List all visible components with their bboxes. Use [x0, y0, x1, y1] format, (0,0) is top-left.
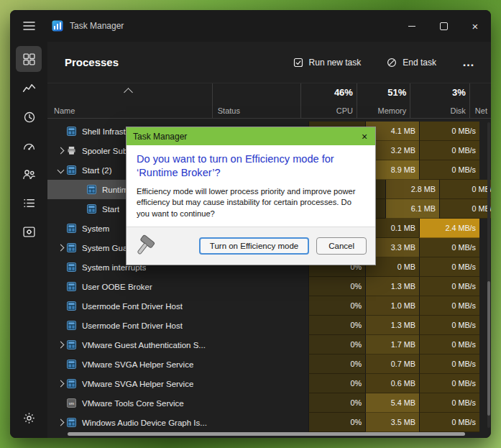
memory-cell: 1.3 MB	[365, 316, 419, 335]
app-window-icon	[87, 204, 97, 214]
vertical-scrollbar-track[interactable]	[487, 122, 490, 428]
cpu-column-label: CPU	[305, 106, 353, 115]
app-window-icon	[67, 379, 77, 389]
column-header-network[interactable]: Net	[469, 83, 491, 118]
process-row[interactable]: Usermode Font Driver Host0%1.3 MB0 MB/s	[47, 316, 491, 335]
disk-cell: 0 MB/s	[419, 413, 479, 432]
dialog-body-text: Efficiency mode will lower process prior…	[137, 186, 365, 221]
process-row[interactable]: VMware Guest Authentication S...0%1.7 MB…	[47, 335, 491, 355]
process-name: VMware Guest Authentication S...	[82, 341, 206, 349]
process-name-cell: VMware SVGA Helper Service	[47, 355, 222, 374]
more-options-button[interactable]: …	[458, 59, 479, 66]
startup-apps-icon	[22, 139, 36, 152]
cpu-cell: 0%	[308, 296, 365, 316]
column-header-cpu[interactable]: 46% CPU	[300, 83, 357, 118]
titlebar[interactable]: Task Manager ×	[10, 10, 491, 42]
chevron-down-icon[interactable]	[54, 168, 67, 173]
sidebar-item-processes[interactable]	[16, 46, 42, 72]
column-header-disk[interactable]: 3% Disk	[410, 83, 469, 118]
column-header-status[interactable]: Status	[212, 83, 300, 118]
disk-cell: 0 MB/s	[419, 316, 479, 335]
app-window-icon	[67, 243, 77, 253]
chevron-right-icon[interactable]	[54, 342, 67, 347]
sidebar-item-performance[interactable]	[16, 75, 42, 101]
disk-cell: 0 MB/s	[419, 335, 479, 355]
page-header: Processes Run new task End task …	[47, 42, 491, 83]
dialog-content: Do you want to turn on Efficiency mode f…	[127, 145, 375, 220]
end-task-button[interactable]: End task	[382, 57, 441, 68]
minimize-button[interactable]	[396, 10, 428, 42]
app-window-icon	[67, 224, 77, 234]
process-name: User OOBE Broker	[82, 283, 152, 291]
vertical-scrollbar-thumb[interactable]	[487, 281, 490, 416]
process-row[interactable]: VMware SVGA Helper Service0%0.6 MB0 MB/s	[47, 374, 491, 393]
app-history-icon	[22, 110, 36, 124]
disk-cell: 0 MB/s	[419, 122, 479, 141]
sidebar-item-services[interactable]	[16, 219, 42, 244]
disk-cell: 0 MB/s	[439, 199, 491, 219]
disk-cell: 0 MB/s	[419, 374, 479, 393]
run-new-task-label: Run new task	[309, 58, 362, 68]
settings-button[interactable]	[16, 405, 42, 431]
run-new-task-button[interactable]: Run new task	[289, 57, 366, 68]
turn-on-efficiency-mode-button[interactable]: Turn on Efficiency mode	[199, 237, 309, 255]
horizontal-scrollbar[interactable]	[68, 432, 465, 436]
chevron-right-icon[interactable]	[54, 148, 67, 153]
memory-cell: 0.6 MB	[365, 374, 419, 393]
chevron-right-icon[interactable]	[54, 381, 67, 386]
disk-cell: 0 MB/s	[419, 355, 479, 374]
efficiency-mode-dialog: Task Manager × Do you want to turn on Ef…	[126, 127, 376, 265]
cpu-total-percent: 46%	[334, 87, 353, 98]
dialog-close-button[interactable]: ×	[354, 127, 375, 145]
process-row[interactable]: VMware SVGA Helper Service0%0.7 MB0 MB/s	[47, 355, 491, 374]
maximize-button[interactable]	[428, 10, 459, 42]
minimize-icon	[408, 26, 415, 27]
status-cell	[222, 374, 308, 393]
sidebar-item-app-history[interactable]	[16, 104, 42, 129]
sidebar-item-users[interactable]	[16, 161, 42, 187]
process-row[interactable]: vmVMware Tools Core Service0%5.4 MB0 MB/…	[47, 393, 491, 413]
cpu-cell: 0%	[308, 374, 365, 393]
page-title: Processes	[65, 56, 119, 68]
disk-cell: 0 MB/s	[419, 141, 479, 160]
memory-cell: 1.3 MB	[365, 277, 419, 296]
close-button[interactable]: ×	[459, 10, 491, 42]
app-window-icon	[67, 321, 77, 331]
app-window-icon	[67, 360, 77, 370]
sidebar-item-details[interactable]	[16, 190, 42, 216]
process-row[interactable]: Usermode Font Driver Host0%1.0 MB0 MB/s	[47, 296, 491, 316]
cancel-button[interactable]: Cancel	[316, 237, 367, 255]
status-cell	[222, 335, 308, 355]
column-header-name[interactable]: Name	[47, 83, 212, 118]
dialog-titlebar[interactable]: Task Manager ×	[127, 127, 375, 145]
memory-cell: 2.8 MB	[385, 180, 439, 199]
memory-cell: 3.5 MB	[365, 413, 419, 432]
chevron-right-icon[interactable]	[54, 420, 67, 425]
more-icon: …	[462, 55, 475, 69]
cpu-cell: 0%	[308, 316, 365, 335]
memory-column-label: Memory	[361, 106, 406, 115]
network-column-label: Net	[475, 106, 487, 115]
end-task-icon	[387, 58, 397, 68]
app-window-icon	[87, 185, 97, 195]
process-row[interactable]: User OOBE Broker0%1.3 MB0 MB/s	[47, 277, 491, 296]
disk-cell: 0 MB/s	[419, 393, 479, 413]
chevron-right-icon[interactable]	[54, 245, 67, 250]
process-name: VMware Tools Core Service	[82, 399, 184, 408]
disk-cell: 0 MB/s	[419, 257, 479, 277]
sort-ascending-icon	[124, 88, 133, 97]
process-row[interactable]: Windows Audio Device Graph Is...0%3.5 MB…	[47, 413, 491, 432]
disk-cell: 0 MB/s	[439, 180, 491, 199]
disk-cell: 0 MB/s	[419, 296, 479, 316]
performance-icon	[22, 81, 36, 95]
menu-button[interactable]	[16, 13, 42, 39]
column-header-memory[interactable]: 51% Memory	[357, 83, 410, 118]
sidebar-item-startup-apps[interactable]	[16, 132, 42, 158]
cpu-cell: 0%	[308, 277, 365, 296]
disk-cell: 2.4 MB/s	[419, 219, 479, 238]
process-name-cell: User OOBE Broker	[47, 277, 222, 296]
status-cell	[222, 316, 308, 335]
disk-cell: 0 MB/s	[419, 160, 479, 180]
app-window-icon	[67, 282, 77, 292]
memory-cell: 6.1 MB	[385, 199, 439, 219]
